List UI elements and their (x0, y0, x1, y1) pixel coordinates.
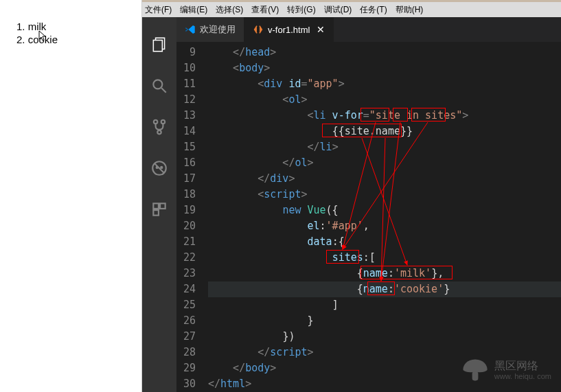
watermark: 黑区网络 www. heiqu. com (460, 355, 551, 385)
explorer-icon[interactable] (150, 35, 169, 54)
vscode-window: 文件(F) 编辑(E) 选择(S) 查看(V) 转到(G) 调试(D) 任务(T… (142, 0, 561, 392)
line-number: 10 (176, 60, 196, 76)
line-number: 27 (176, 329, 196, 345)
line-number: 12 (176, 92, 196, 108)
line-number: 9 (176, 45, 196, 60)
tab-label: 欢迎使用 (200, 23, 236, 36)
svg-point-10 (161, 167, 162, 168)
menu-edit[interactable]: 编辑(E) (180, 4, 207, 16)
menu-help[interactable]: 帮助(H) (396, 4, 424, 16)
code-editor[interactable]: 9 10 11 12 13 14 15 16 17 18 19 20 21 22… (176, 42, 561, 392)
vscode-logo-icon (185, 24, 196, 35)
line-number: 20 (176, 218, 196, 234)
tab-file[interactable]: v-for1.html ✕ (244, 17, 334, 42)
svg-point-2 (153, 80, 162, 89)
line-number: 24 (176, 281, 196, 297)
line-number: 18 (176, 187, 196, 203)
svg-rect-1 (153, 41, 162, 51)
output-list: milk cookie (11, 21, 130, 45)
line-number: 16 (176, 155, 196, 171)
line-number: 19 (176, 203, 196, 218)
menu-view[interactable]: 查看(V) (251, 4, 279, 16)
search-icon[interactable] (150, 76, 169, 95)
tab-label: v-for1.html (268, 25, 310, 35)
mouse-cursor-icon (38, 30, 48, 43)
source-control-icon[interactable] (150, 117, 169, 137)
watermark-url: www. heiqu. com (494, 372, 551, 380)
line-number: 22 (176, 250, 196, 266)
svg-rect-13 (153, 210, 159, 216)
watermark-text: 黑区网络 (494, 360, 551, 372)
menu-file[interactable]: 文件(F) (145, 4, 172, 16)
menu-select[interactable]: 选择(S) (216, 4, 243, 16)
svg-point-4 (154, 120, 157, 124)
html-file-icon (253, 24, 264, 35)
browser-output-panel: milk cookie (0, 0, 142, 392)
list-item: cookie (16, 34, 130, 45)
extensions-icon[interactable] (150, 200, 169, 219)
svg-line-3 (161, 88, 166, 93)
svg-point-5 (161, 120, 165, 124)
tab-welcome[interactable]: 欢迎使用 (176, 17, 244, 42)
line-number: 30 (176, 376, 196, 392)
line-number: 14 (176, 124, 196, 139)
close-icon[interactable]: ✕ (317, 24, 325, 35)
line-number: 23 (176, 266, 196, 281)
debug-icon[interactable] (150, 159, 169, 178)
line-number: 13 (176, 108, 196, 124)
menu-debug[interactable]: 调试(D) (324, 4, 352, 16)
line-number: 21 (176, 234, 196, 250)
svg-point-9 (157, 167, 158, 168)
line-number: 11 (176, 76, 196, 92)
line-number: 25 (176, 297, 196, 313)
line-number: 17 (176, 171, 196, 187)
svg-rect-11 (153, 203, 159, 209)
line-gutter: 9 10 11 12 13 14 15 16 17 18 19 20 21 22… (176, 42, 208, 392)
activity-bar (142, 17, 176, 392)
svg-point-6 (157, 130, 161, 134)
svg-rect-19 (472, 371, 478, 380)
svg-rect-12 (160, 203, 165, 209)
line-number: 29 (176, 360, 196, 376)
menu-bar: 文件(F) 编辑(E) 选择(S) 查看(V) 转到(G) 调试(D) 任务(T… (142, 2, 561, 17)
menu-goto[interactable]: 转到(G) (287, 4, 315, 16)
code-content: </head> <body> <div id="app"> <ol> <li v… (208, 42, 561, 392)
line-number: 26 (176, 313, 196, 329)
line-number: 28 (176, 345, 196, 360)
editor-tabs: 欢迎使用 v-for1.html ✕ (176, 17, 561, 42)
list-item: milk (16, 21, 130, 32)
mushroom-icon (460, 355, 490, 385)
menu-task[interactable]: 任务(T) (360, 4, 387, 16)
line-number: 15 (176, 139, 196, 155)
